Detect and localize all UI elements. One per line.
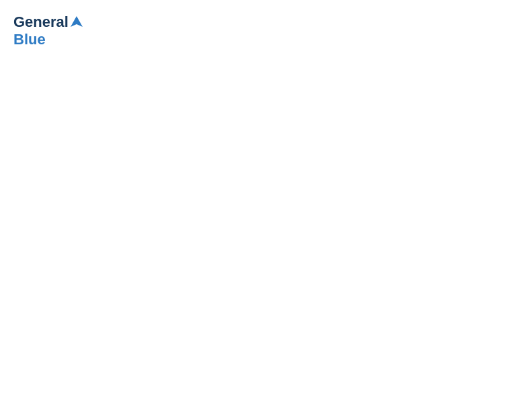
logo: General Blue [13,13,85,48]
logo-bird-icon [69,15,84,30]
page-header: General Blue [13,13,519,48]
svg-marker-0 [71,16,83,27]
logo-blue: Blue [13,31,46,48]
logo-general: General [13,13,69,31]
